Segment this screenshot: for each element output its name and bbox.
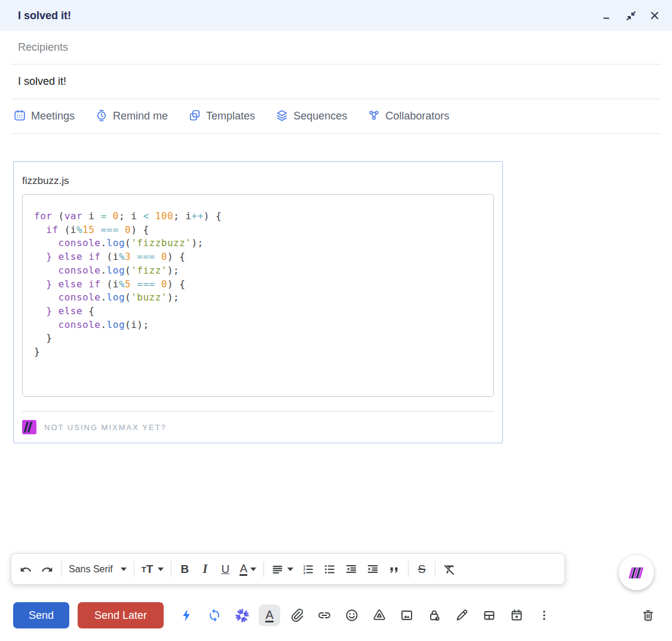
code-token: 3	[125, 251, 131, 262]
meetings-label: Meetings	[31, 110, 75, 122]
quote-button[interactable]	[383, 557, 405, 581]
confidential-lock-icon[interactable]	[424, 605, 445, 626]
mixmax-feature-bar: Meetings Remind me Templates	[0, 99, 672, 133]
mixmax-promo-footer[interactable]: NOT USING MIXMAX YET?	[14, 412, 502, 443]
exit-fullscreen-icon[interactable]	[625, 10, 636, 21]
svg-text:3: 3	[303, 570, 306, 574]
sequences-button[interactable]: Sequences	[275, 109, 347, 124]
code-token: var	[65, 210, 82, 222]
code-line: if (i%15 === 0) {	[34, 223, 493, 237]
divider	[134, 561, 134, 577]
signature-pen-icon[interactable]	[451, 605, 472, 626]
code-token: 0	[125, 224, 131, 235]
insert-emoji-icon[interactable]	[341, 605, 363, 626]
code-token: 'buzz'	[131, 292, 167, 303]
recipients-placeholder: Recipients	[18, 41, 68, 54]
layout-panel-icon[interactable]	[478, 605, 500, 626]
minimize-icon[interactable]	[602, 10, 612, 21]
people-network-icon	[367, 109, 381, 124]
overlapping-squares-icon	[188, 109, 201, 124]
numbered-list-button[interactable]: 123	[297, 557, 319, 581]
indent-less-button[interactable]	[340, 557, 362, 581]
code-token: (	[125, 292, 131, 303]
divider	[263, 561, 264, 577]
insert-photo-icon[interactable]	[396, 605, 418, 626]
italic-button[interactable]: I	[195, 557, 215, 581]
highlight-a-button[interactable]: A	[259, 605, 280, 626]
code-token: );	[191, 237, 203, 249]
code-token	[119, 224, 125, 235]
remove-formatting-button[interactable]	[438, 557, 460, 581]
code-token	[155, 251, 161, 262]
code-line: for (var i = 0; i < 100; i++) {	[34, 210, 493, 223]
remind-me-button[interactable]: Remind me	[95, 109, 168, 124]
code-token: }	[34, 332, 52, 343]
code-box[interactable]: for (var i = 0; i < 100; i++) { if (i%15…	[22, 194, 494, 397]
mixmax-logo-icon	[22, 420, 36, 434]
font-size-dropdown[interactable]: TT	[137, 557, 168, 581]
indent-more-icon	[366, 563, 379, 576]
code-line: console.log('buzz');	[34, 291, 493, 305]
undo-button[interactable]	[15, 557, 36, 581]
sequence-sync-icon[interactable]	[204, 605, 225, 626]
collaborators-button[interactable]: Collaborators	[367, 109, 449, 124]
chevron-down-icon	[158, 568, 164, 571]
code-token	[34, 265, 59, 276]
meetings-button[interactable]: Meetings	[13, 109, 75, 124]
bold-icon: B	[181, 563, 189, 576]
recipients-field[interactable]: Recipients	[0, 31, 672, 64]
code-token: console	[59, 237, 101, 249]
attach-paperclip-icon[interactable]	[286, 605, 308, 626]
calendar-invite-icon[interactable]	[506, 605, 527, 626]
google-drive-icon[interactable]	[369, 605, 390, 626]
code-token: 0	[161, 278, 167, 290]
insert-link-icon[interactable]	[314, 605, 335, 626]
watch-clock-icon	[95, 109, 108, 124]
code-token: console	[59, 319, 101, 330]
code-token: (	[125, 265, 131, 276]
templates-button[interactable]: Templates	[188, 109, 255, 124]
calendar-icon	[13, 109, 26, 124]
indent-less-icon	[345, 563, 358, 576]
code-token	[131, 251, 137, 262]
code-token: log	[107, 292, 125, 303]
indent-more-button[interactable]	[362, 557, 383, 581]
redo-button[interactable]	[36, 557, 58, 581]
instant-send-lightning-icon[interactable]	[176, 605, 198, 626]
highlight-a-icon: A	[265, 609, 273, 622]
code-token: 5	[125, 278, 131, 290]
code-token: } else	[46, 305, 82, 317]
code-token: .	[100, 237, 106, 249]
code-token	[131, 278, 137, 290]
code-token: log	[107, 237, 125, 249]
bulleted-list-button[interactable]	[319, 557, 340, 581]
code-token: ; i	[173, 210, 191, 222]
code-token: 'fizzbuzz'	[131, 237, 191, 249]
remove-formatting-icon	[443, 563, 456, 576]
underline-button[interactable]: U	[215, 557, 235, 581]
layers-icon	[275, 109, 289, 124]
code-line: console.log('fizz');	[34, 264, 493, 278]
strikethrough-button[interactable]: S	[412, 557, 432, 581]
send-button[interactable]: Send	[13, 602, 69, 628]
divider	[408, 561, 409, 577]
italic-icon: I	[202, 562, 207, 576]
subject-field[interactable]: I solved it!	[0, 65, 672, 99]
divider	[171, 561, 171, 577]
bold-button[interactable]: B	[174, 557, 195, 581]
more-options-icon[interactable]	[533, 605, 555, 626]
remind-me-label: Remind me	[113, 110, 168, 122]
mixmax-starburst-icon[interactable]	[231, 605, 253, 626]
code-token: if	[46, 224, 58, 235]
align-dropdown[interactable]	[267, 557, 297, 581]
send-later-button[interactable]: Send Later	[78, 602, 164, 628]
discard-trash-icon[interactable]	[637, 604, 659, 627]
mixmax-avatar[interactable]	[619, 555, 654, 590]
font-family-dropdown[interactable]: Sans Serif	[65, 557, 131, 581]
close-icon[interactable]	[649, 10, 660, 21]
divider	[61, 561, 62, 577]
text-color-button[interactable]: A	[235, 557, 260, 581]
chevron-down-icon	[287, 568, 293, 571]
message-body[interactable]: fizzbuzz.js for (var i = 0; i < 100; i++…	[0, 134, 672, 443]
code-snippet-widget[interactable]: fizzbuzz.js for (var i = 0; i < 100; i++…	[13, 161, 503, 443]
